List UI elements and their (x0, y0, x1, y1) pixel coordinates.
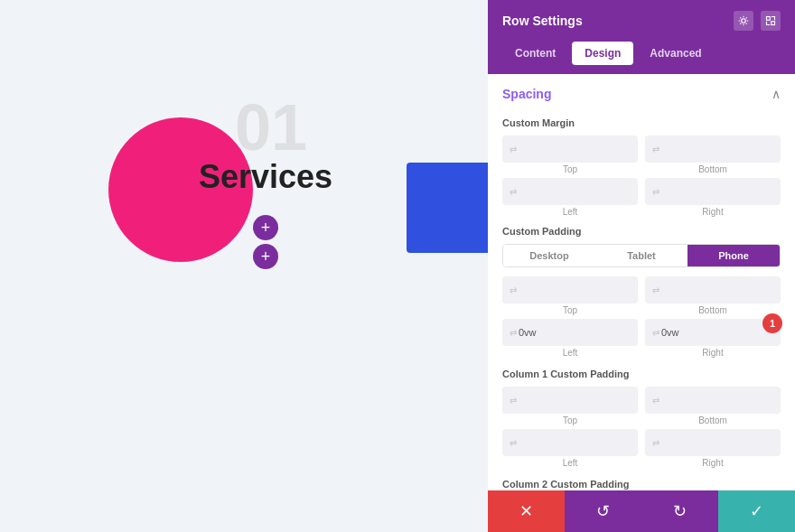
header-icons (734, 11, 781, 31)
reset-icon: ↺ (596, 501, 610, 521)
col1-right-input[interactable]: ⇄ (645, 429, 781, 456)
tab-content[interactable]: Content (502, 42, 568, 65)
device-tabs: Desktop Tablet Phone (502, 244, 781, 267)
col1-padding-top-bottom: ⇄ Top ⇄ Bottom (502, 387, 781, 425)
spacing-section-header[interactable]: Spacing ∧ (488, 74, 795, 114)
panel-title: Row Settings (502, 14, 583, 28)
padding-bottom-label: Bottom (645, 305, 781, 315)
tab-design[interactable]: Design (572, 42, 633, 65)
blue-rectangle-decoration (407, 163, 488, 253)
cancel-button[interactable]: ✕ (488, 490, 565, 532)
expand-icon-btn[interactable] (761, 11, 781, 31)
margin-top-input[interactable]: ⇄ (502, 135, 638, 163)
padding-right-input[interactable]: ⇄ (645, 319, 781, 346)
col1-bottom-label: Bottom (645, 415, 781, 425)
padding-left-col: ⇄ Left (502, 319, 638, 358)
expand-icon (765, 15, 776, 26)
col1-padding-left-right: ⇄ Left ⇄ Right (502, 429, 781, 468)
settings-icon-btn[interactable] (734, 11, 753, 31)
add-element-button-1[interactable]: + (253, 215, 278, 240)
services-heading: Services (199, 158, 332, 196)
spacing-section-title: Spacing (502, 87, 551, 101)
link-icon-col1-left: ⇄ (510, 438, 517, 448)
device-tab-tablet[interactable]: Tablet (595, 245, 687, 266)
redo-icon: ↻ (673, 501, 687, 521)
link-icon-padding-right: ⇄ (652, 328, 659, 338)
link-icon-margin-right: ⇄ (652, 187, 659, 197)
col1-bottom-input[interactable]: ⇄ (645, 387, 781, 414)
tab-advanced[interactable]: Advanced (637, 42, 714, 65)
spacing-section-content: Custom Margin ⇄ Top ⇄ Bo (488, 117, 795, 490)
panel-body: Spacing ∧ Custom Margin ⇄ Top (488, 74, 795, 490)
margin-top-value[interactable] (520, 144, 631, 154)
link-icon-col1-top: ⇄ (510, 396, 517, 406)
margin-right-input[interactable]: ⇄ (645, 178, 781, 205)
col1-bottom-col: ⇄ Bottom (645, 387, 781, 425)
margin-bottom-value[interactable] (663, 144, 773, 154)
cancel-icon: ✕ (519, 501, 533, 521)
padding-left-right-row: ⇄ Left ⇄ Right 1 (502, 319, 781, 358)
spacing-section: Spacing ∧ Custom Margin ⇄ Top (488, 74, 795, 490)
margin-bottom-label: Bottom (645, 164, 781, 174)
panel-header: Row Settings (488, 0, 795, 42)
margin-bottom-col: ⇄ Bottom (645, 135, 781, 174)
link-icon-padding-bottom: ⇄ (652, 285, 659, 295)
col1-left-value[interactable] (520, 437, 631, 448)
col1-padding-label: Column 1 Custom Padding (502, 369, 781, 379)
link-icon-margin-left: ⇄ (510, 187, 517, 197)
col1-bottom-value[interactable] (663, 395, 773, 406)
margin-left-value[interactable] (520, 186, 631, 197)
custom-padding-top-bottom: ⇄ Top ⇄ Bottom (502, 276, 781, 315)
custom-padding-left-right: ⇄ Left ⇄ Right (502, 319, 781, 358)
col1-left-input[interactable]: ⇄ (502, 429, 638, 456)
link-icon-padding-top: ⇄ (510, 285, 517, 295)
confirm-button[interactable]: ✓ (718, 490, 795, 532)
svg-rect-2 (772, 22, 775, 25)
margin-top-label: Top (502, 164, 638, 174)
reset-button[interactable]: ↺ (565, 490, 641, 532)
padding-right-value[interactable] (661, 327, 688, 338)
redo-button[interactable]: ↻ (641, 490, 718, 532)
section-number: 01 (235, 90, 307, 164)
padding-left-label: Left (502, 348, 638, 358)
plus-icon-2: + (261, 248, 271, 265)
padding-top-label: Top (502, 305, 638, 315)
padding-right-col: ⇄ Right (645, 319, 781, 358)
margin-bottom-input[interactable]: ⇄ (645, 135, 781, 163)
notification-badge: 1 (762, 313, 782, 333)
device-tab-phone[interactable]: Phone (687, 245, 780, 266)
padding-top-input[interactable]: ⇄ (502, 276, 638, 303)
add-element-button-2[interactable]: + (253, 244, 278, 269)
col2-padding-label: Column 2 Custom Padding (502, 479, 781, 490)
link-icon-col1-right: ⇄ (652, 438, 659, 448)
padding-left-value[interactable] (519, 327, 546, 338)
link-icon-padding-left: ⇄ (510, 328, 517, 338)
spacing-chevron-icon: ∧ (772, 87, 781, 101)
margin-right-col: ⇄ Right (645, 178, 781, 217)
margin-left-input[interactable]: ⇄ (502, 178, 638, 205)
col1-right-value[interactable] (663, 437, 773, 448)
margin-top-col: ⇄ Top (502, 135, 638, 174)
confirm-icon: ✓ (750, 501, 763, 521)
canvas-content: 01 Services + + (0, 0, 488, 532)
padding-right-label: Right (645, 348, 781, 358)
canvas-area: 01 Services + + (0, 0, 488, 532)
plus-icon-1: + (261, 219, 271, 236)
padding-bottom-value[interactable] (663, 285, 773, 295)
margin-right-value[interactable] (663, 186, 773, 197)
padding-bottom-col: ⇄ Bottom (645, 276, 781, 315)
padding-top-value[interactable] (520, 285, 631, 295)
panel-tabs: Content Design Advanced (488, 42, 795, 74)
col1-top-value[interactable] (520, 395, 631, 406)
margin-left-col: ⇄ Left (502, 178, 638, 217)
col1-left-label: Left (502, 458, 638, 468)
col1-top-input[interactable]: ⇄ (502, 387, 638, 414)
link-icon-margin-top: ⇄ (510, 145, 517, 154)
col1-right-col: ⇄ Right (645, 429, 781, 468)
padding-left-input[interactable]: ⇄ (502, 319, 638, 346)
panel-footer: ✕ ↺ ↻ ✓ (488, 490, 795, 532)
custom-margin-left-right: ⇄ Left ⇄ Right (502, 178, 781, 217)
margin-right-label: Right (645, 207, 781, 217)
padding-bottom-input[interactable]: ⇄ (645, 276, 781, 303)
device-tab-desktop[interactable]: Desktop (503, 245, 595, 266)
